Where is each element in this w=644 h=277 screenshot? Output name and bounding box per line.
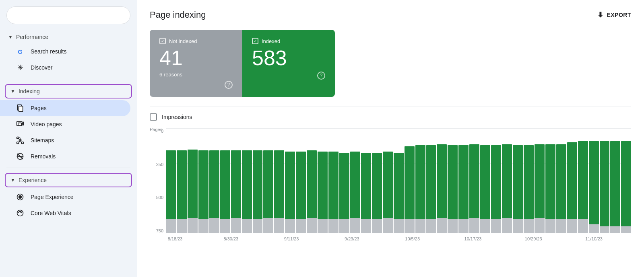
indexed-checkbox: ✓ <box>252 38 258 44</box>
bar-indexed <box>426 145 436 219</box>
bar-not-indexed <box>372 219 382 233</box>
sidebar-item-search-results[interactable]: G Search results <box>0 43 130 60</box>
not-indexed-help-icon[interactable]: ? <box>225 81 233 89</box>
not-indexed-label-row: ✓ Not indexed <box>159 38 233 44</box>
bar-group[interactable] <box>578 129 588 233</box>
indexed-help-icon[interactable]: ? <box>317 72 325 80</box>
bar-group[interactable] <box>600 129 610 233</box>
sidebar-item-core-web-vitals[interactable]: Core Web Vitals <box>0 205 130 221</box>
bar-not-indexed <box>621 226 631 233</box>
bar-not-indexed <box>610 226 620 233</box>
bar-group[interactable] <box>556 129 566 233</box>
bar-not-indexed <box>188 218 198 233</box>
bar-indexed <box>600 141 610 226</box>
bar-group[interactable] <box>448 129 458 233</box>
bar-group[interactable] <box>220 129 230 233</box>
bar-not-indexed <box>545 219 555 233</box>
svg-rect-1 <box>19 106 23 111</box>
performance-section[interactable]: ▼ Performance <box>0 31 137 43</box>
bar-indexed <box>166 150 176 219</box>
bar-group[interactable] <box>361 129 371 233</box>
sitemaps-icon <box>16 136 24 144</box>
bar-group[interactable] <box>274 129 284 233</box>
bar-not-indexed <box>198 219 208 233</box>
bar-group[interactable] <box>339 129 349 233</box>
bar-group[interactable] <box>437 129 447 233</box>
bar-group[interactable] <box>318 129 328 233</box>
bar-not-indexed <box>405 219 415 233</box>
bar-group[interactable] <box>458 129 469 233</box>
bar-group[interactable] <box>502 129 512 233</box>
bar-group[interactable] <box>296 129 306 233</box>
indexing-chevron: ▼ <box>10 88 15 94</box>
bar-indexed <box>318 152 328 219</box>
sidebar-item-removals[interactable]: Removals <box>0 148 130 164</box>
indexing-label: Indexing <box>19 88 40 94</box>
performance-chevron: ▼ <box>8 34 13 40</box>
bar-group[interactable] <box>188 129 198 233</box>
bar-group[interactable] <box>177 129 187 233</box>
bar-not-indexed <box>361 219 371 233</box>
bar-indexed <box>188 150 198 218</box>
bar-group[interactable] <box>405 129 415 233</box>
not-indexed-label: Not indexed <box>169 38 197 44</box>
bar-group[interactable] <box>480 129 490 233</box>
sidebar-item-sitemaps[interactable]: Sitemaps <box>0 132 130 148</box>
bar-group[interactable] <box>253 129 263 233</box>
bar-group[interactable] <box>415 129 425 233</box>
indexing-section[interactable]: ▼ Indexing <box>5 84 132 98</box>
bar-group[interactable] <box>242 129 252 233</box>
bar-group[interactable] <box>545 129 555 233</box>
bar-group[interactable] <box>307 129 317 233</box>
x-label: 8/30/23 <box>223 236 238 241</box>
bar-group[interactable] <box>524 129 534 233</box>
bar-group[interactable] <box>198 129 208 233</box>
bar-group[interactable] <box>328 129 339 233</box>
bar-group[interactable] <box>426 129 436 233</box>
bar-not-indexed <box>480 219 490 233</box>
bar-group[interactable] <box>383 129 393 233</box>
bar-indexed <box>491 145 501 219</box>
bar-indexed <box>339 153 349 220</box>
bar-group[interactable] <box>469 129 479 233</box>
chart-y-axis: 750 500 250 0 <box>150 129 166 233</box>
sidebar-item-pages[interactable]: Pages <box>0 100 130 116</box>
sidebar-item-page-experience[interactable]: Page Experience <box>0 189 130 205</box>
main-header: Page indexing ⬇ EXPORT <box>150 10 631 20</box>
bar-group[interactable] <box>372 129 382 233</box>
experience-section[interactable]: ▼ Experience <box>5 173 132 187</box>
not-indexed-card[interactable]: ✓ Not indexed 41 6 reasons ? <box>150 30 242 97</box>
search-box[interactable] <box>6 6 130 24</box>
bar-group[interactable] <box>231 129 241 233</box>
bar-group[interactable] <box>610 129 620 233</box>
indexed-label-row: ✓ Indexed <box>252 38 325 44</box>
bar-group[interactable] <box>589 129 599 233</box>
bars-area <box>166 129 631 233</box>
export-button[interactable]: ⬇ EXPORT <box>597 10 631 19</box>
bar-not-indexed <box>350 218 360 233</box>
bar-group[interactable] <box>350 129 360 233</box>
bar-group[interactable] <box>535 129 545 233</box>
bar-group[interactable] <box>394 129 404 233</box>
sidebar-item-video-pages[interactable]: Video pages <box>0 116 130 132</box>
bar-group[interactable] <box>209 129 219 233</box>
bar-indexed <box>253 150 263 219</box>
bar-group[interactable] <box>166 129 176 233</box>
bar-group[interactable] <box>491 129 501 233</box>
bar-not-indexed <box>394 219 404 233</box>
bar-group[interactable] <box>285 129 295 233</box>
indexed-card[interactable]: ✓ Indexed 583 ? <box>242 30 335 97</box>
bar-indexed <box>524 145 534 219</box>
bar-not-indexed <box>535 218 545 233</box>
sidebar-item-discover[interactable]: ✳ Discover <box>0 60 130 76</box>
bar-group[interactable] <box>263 129 273 233</box>
bar-indexed <box>296 152 306 219</box>
svg-point-16 <box>19 196 22 199</box>
bar-not-indexed <box>502 218 512 233</box>
bar-group[interactable] <box>621 129 631 233</box>
impressions-checkbox[interactable] <box>150 113 157 121</box>
bar-group[interactable] <box>567 129 577 233</box>
bar-group[interactable] <box>513 129 523 233</box>
bar-indexed <box>328 152 339 219</box>
bar-not-indexed <box>469 218 479 233</box>
